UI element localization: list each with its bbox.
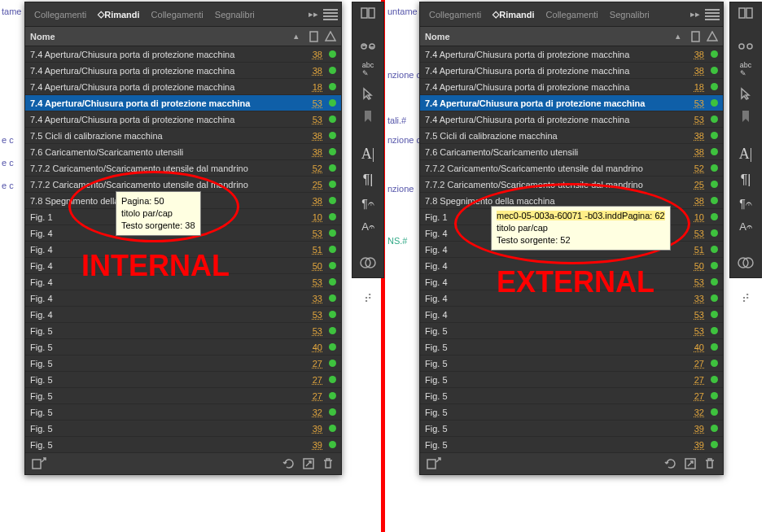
row-page-link[interactable]: 32 (303, 408, 322, 417)
tab-collegamenti-2[interactable]: Collegamenti (146, 2, 209, 27)
list-row[interactable]: 7.6 Caricamento/Scaricamento utensili38 (420, 144, 723, 160)
list-row[interactable]: Fig. 539 (420, 437, 723, 453)
row-page-link[interactable]: 38 (303, 50, 322, 59)
row-page-link[interactable]: 27 (303, 391, 322, 401)
list-row[interactable]: Fig. 527 (420, 355, 723, 372)
tab-segnalibri[interactable]: Segnalibri (209, 2, 260, 27)
list-row[interactable]: 7.4 Apertura/Chiusura porta di protezion… (25, 63, 341, 79)
row-page-link[interactable]: 53 (685, 115, 704, 124)
row-page-link[interactable]: 53 (303, 98, 322, 108)
tab-collegamenti[interactable]: Collegamenti (423, 2, 487, 27)
list-row[interactable]: Fig. 553 (420, 323, 723, 339)
row-page-link[interactable]: 38 (685, 66, 704, 76)
sort-icon[interactable]: ▴ (294, 31, 299, 41)
row-page-link[interactable]: 40 (303, 342, 322, 352)
delete-icon[interactable] (322, 457, 335, 470)
goto-icon[interactable] (684, 457, 697, 470)
list-row[interactable]: Fig. 450 (420, 258, 723, 274)
list-row[interactable]: Fig. 527 (420, 388, 723, 404)
list-row[interactable]: Fig. 453 (420, 274, 723, 290)
list-row[interactable]: Fig. 453 (25, 274, 341, 290)
tab-rimandi[interactable]: ◇ Rimandi (92, 2, 145, 27)
row-page-link[interactable]: 33 (685, 294, 704, 303)
cc-icon[interactable] (358, 256, 378, 269)
list-row[interactable]: 7.7.2 Caricamento/Scaricamento utensile … (25, 177, 341, 193)
row-page-link[interactable]: 38 (685, 147, 704, 157)
row-page-link[interactable]: 39 (303, 424, 322, 434)
dots-icon[interactable]: ⠞ (358, 292, 378, 305)
row-page-link[interactable]: 27 (685, 391, 704, 401)
list-header[interactable]: Nome ▴ (420, 27, 723, 46)
list-row[interactable]: Fig. 539 (25, 421, 341, 437)
row-page-link[interactable]: 32 (685, 408, 704, 417)
delete-icon[interactable] (703, 457, 716, 470)
row-page-link[interactable]: 18 (685, 82, 704, 92)
tab-rimandi[interactable]: ◇ Rimandi (487, 2, 540, 27)
list-header[interactable]: Nome ▴ (25, 27, 341, 46)
list-row[interactable]: 7.4 Apertura/Chiusura porta di protezion… (25, 111, 341, 128)
row-page-link[interactable]: 51 (685, 245, 704, 255)
list-row[interactable]: Fig. 451 (25, 242, 341, 258)
list-row[interactable]: Fig. 433 (25, 290, 341, 307)
list-row[interactable]: Fig. 453 (420, 307, 723, 323)
tab-segnalibri[interactable]: Segnalibri (604, 2, 655, 27)
row-page-link[interactable]: 38 (685, 196, 704, 206)
row-page-link[interactable]: 53 (303, 326, 322, 336)
paragraph-icon[interactable]: ¶| (358, 172, 378, 187)
cursor-icon[interactable] (736, 87, 755, 100)
tab-collegamenti[interactable]: Collegamenti (28, 2, 92, 27)
collapse-arrow-icon[interactable]: ▸▸ (304, 9, 323, 20)
list-row[interactable]: Fig. 527 (25, 355, 341, 372)
list-row[interactable]: 7.7.2 Caricamento/Scaricamento utensile … (420, 160, 723, 177)
list-row[interactable]: 7.4 Apertura/Chiusura porta di protezion… (420, 63, 723, 79)
list-row[interactable]: 7.4 Apertura/Chiusura porta di protezion… (420, 95, 723, 111)
refresh-icon[interactable] (664, 457, 677, 470)
character-icon[interactable]: A| (736, 146, 755, 163)
row-page-link[interactable]: 39 (685, 440, 704, 450)
row-page-link[interactable]: 51 (303, 245, 322, 255)
row-page-link[interactable]: 39 (685, 424, 704, 434)
row-page-link[interactable]: 10 (685, 212, 704, 222)
row-page-link[interactable]: 53 (303, 115, 322, 124)
new-reference-icon[interactable] (427, 457, 441, 470)
row-page-link[interactable]: 10 (303, 212, 322, 222)
para-styles-icon[interactable]: ¶𝄐 (736, 197, 755, 211)
list-row[interactable]: 7.7.2 Caricamento/Scaricamento utensile … (420, 177, 723, 193)
row-page-link[interactable]: 33 (303, 294, 322, 303)
list-row[interactable]: Fig. 527 (25, 372, 341, 388)
row-page-link[interactable]: 38 (303, 66, 322, 76)
list-row[interactable]: Fig. 539 (25, 437, 341, 453)
cursor-icon[interactable] (358, 87, 378, 100)
row-page-link[interactable]: 25 (303, 180, 322, 190)
row-page-link[interactable]: 53 (685, 310, 704, 320)
character-icon[interactable]: A| (358, 146, 378, 163)
list-row[interactable]: 7.5 Cicli di calibrazione macchina38 (420, 128, 723, 144)
row-page-link[interactable]: 52 (303, 164, 322, 173)
row-page-link[interactable]: 53 (303, 229, 322, 238)
links-icon[interactable] (358, 41, 378, 51)
row-page-link[interactable]: 38 (685, 131, 704, 141)
list-row[interactable]: Fig. 540 (420, 339, 723, 355)
collapse-arrow-icon[interactable]: ▸▸ (685, 9, 705, 20)
list-row[interactable]: 7.7.2 Caricamento/Scaricamento utensile … (25, 160, 341, 177)
row-page-link[interactable]: 40 (685, 342, 704, 352)
para-styles-icon[interactable]: ¶𝄐 (358, 197, 378, 211)
bookmark-icon[interactable] (736, 110, 755, 123)
row-page-link[interactable]: 39 (303, 440, 322, 450)
new-reference-icon[interactable] (32, 457, 46, 470)
list-row[interactable]: Fig. 453 (25, 307, 341, 323)
links-icon[interactable] (736, 41, 755, 51)
paragraph-icon[interactable]: ¶| (736, 172, 755, 187)
pages-icon[interactable] (736, 7, 755, 19)
list-row[interactable]: 7.4 Apertura/Chiusura porta di protezion… (25, 79, 341, 95)
list-row[interactable]: 7.4 Apertura/Chiusura porta di protezion… (420, 46, 723, 63)
list-row[interactable]: Fig. 527 (25, 388, 341, 404)
list-row[interactable]: 7.6 Caricamento/Scaricamento utensili38 (25, 144, 341, 160)
row-page-link[interactable]: 27 (685, 375, 704, 385)
list-row[interactable]: 7.5 Cicli di calibrazione macchina38 (25, 128, 341, 144)
list-row[interactable]: 7.4 Apertura/Chiusura porta di protezion… (25, 46, 341, 63)
row-page-link[interactable]: 18 (303, 82, 322, 92)
row-page-link[interactable]: 25 (685, 180, 704, 190)
row-page-link[interactable]: 53 (303, 277, 322, 287)
refresh-icon[interactable] (282, 457, 295, 470)
